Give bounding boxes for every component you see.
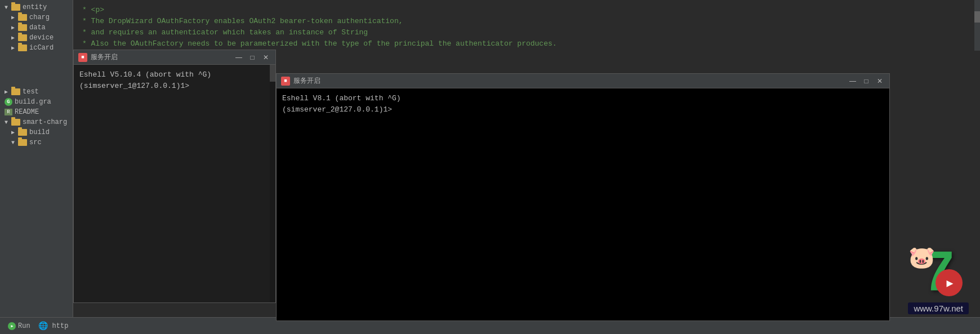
terminal2-restore[interactable]: □ xyxy=(861,76,871,86)
readme-icon: R xyxy=(5,109,12,115)
folder-icon-smart xyxy=(11,119,20,126)
terminal2-icon: ■ xyxy=(281,77,290,86)
terminal1-close[interactable]: ✕ xyxy=(261,52,271,63)
tree-label-smart: smart-charg xyxy=(23,118,67,126)
folder-icon-device xyxy=(18,34,27,41)
tree-label-charg: charg xyxy=(29,14,50,21)
tree-item-buildgra[interactable]: G build.gra xyxy=(0,97,73,107)
tree-arrow-iccard xyxy=(11,44,18,51)
folder-icon-src xyxy=(18,139,27,146)
code-line-3: * and requires an authenticator which ta… xyxy=(82,27,971,38)
gradle-icon: G xyxy=(5,98,12,106)
tree-label-entity: entity xyxy=(23,3,47,11)
code-line-4: * Also the OAuthFactory needs to be para… xyxy=(82,38,971,50)
code-scrollbar[interactable] xyxy=(974,0,980,51)
watermark-pig: 🐷 xyxy=(908,245,935,271)
tree-item-device[interactable]: device xyxy=(0,33,73,43)
tree-arrow-build xyxy=(11,129,18,136)
tree-arrow-charg xyxy=(11,14,18,21)
terminal1-restore[interactable]: □ xyxy=(247,52,257,63)
terminal2-close[interactable]: ✕ xyxy=(875,76,885,86)
terminal2-controls: — □ ✕ xyxy=(848,76,885,86)
run-target-icon: 🌐 xyxy=(38,321,48,331)
folder-icon-charg xyxy=(18,14,27,21)
terminal1-controls: — □ ✕ xyxy=(234,52,271,63)
tree-arrow-entity xyxy=(5,5,11,11)
terminal1-title-left: ■ 服务开启 xyxy=(78,52,118,62)
terminal2-title-left: ■ 服务开启 xyxy=(281,76,320,86)
folder-icon-build xyxy=(18,129,27,136)
run-icon xyxy=(8,322,16,330)
tree-item-build[interactable]: build xyxy=(0,127,73,137)
code-line-2: * The DropWizard OAuthFactory enables OA… xyxy=(82,16,971,27)
folder-icon-test xyxy=(11,88,20,95)
tree-label-data: data xyxy=(29,24,46,32)
tree-arrow-src xyxy=(11,140,18,146)
terminal1-titlebar[interactable]: ■ 服务开启 — □ ✕ xyxy=(74,50,275,65)
terminal1-icon: ■ xyxy=(78,53,87,62)
terminal1-body[interactable]: Eshell V5.10.4 (abort with ^G) (simserve… xyxy=(74,65,275,302)
watermark-url: www.97w.net xyxy=(908,302,969,314)
folder-icon-iccard xyxy=(18,44,27,51)
watermark: 7 ▶ 🐷 www.97w.net xyxy=(908,243,969,314)
terminal1-title: 服务开启 xyxy=(91,52,118,62)
tree-item-iccard[interactable]: icCard xyxy=(0,43,73,53)
terminal2-version: Eshell V8.1 (abort with ^G) xyxy=(282,93,884,104)
run-label: Run xyxy=(18,322,30,330)
tree-item-test[interactable]: test xyxy=(0,87,73,97)
tree-label-buildgra: build.gra xyxy=(15,98,51,106)
folder-icon-entity xyxy=(11,4,20,11)
terminal2-titlebar[interactable]: ■ 服务开启 — □ ✕ xyxy=(277,74,889,88)
terminal-window-1: ■ 服务开启 — □ ✕ Eshell V5.10.4 (abort with … xyxy=(73,50,276,303)
tree-label-iccard: icCard xyxy=(29,44,54,52)
editor-area: * <p> * The DropWizard OAuthFactory enab… xyxy=(73,0,980,334)
terminal1-minimize[interactable]: — xyxy=(234,52,244,63)
code-background: * <p> * The DropWizard OAuthFactory enab… xyxy=(73,0,980,51)
tree-label-build: build xyxy=(29,128,50,136)
terminal1-scrollbar-thumb xyxy=(270,65,275,82)
terminal-window-2: ■ 服务开启 — □ ✕ Eshell V8.1 (abort with ^G)… xyxy=(276,73,890,321)
watermark-play-icon: ▶ xyxy=(947,276,954,290)
terminal1-prompt: (simserver_1@127.0.0.1)1> xyxy=(79,81,270,92)
tree-arrow-data xyxy=(11,24,18,31)
terminal2-title: 服务开启 xyxy=(293,76,320,86)
tree-item-src[interactable]: src xyxy=(0,137,73,148)
tree-item-charg[interactable]: charg xyxy=(0,12,73,23)
run-button[interactable]: Run xyxy=(5,321,34,331)
tree-arrow-device xyxy=(11,34,18,41)
tree-arrow-smart xyxy=(5,119,11,126)
tree-item-readme[interactable]: R README xyxy=(0,107,73,117)
run-target: http xyxy=(52,322,69,330)
tree-label-test: test xyxy=(23,88,39,96)
sidebar: entity charg data device icCard test xyxy=(0,0,73,334)
tree-item-data[interactable]: data xyxy=(0,23,73,33)
code-scrollbar-thumb xyxy=(974,11,980,23)
terminal1-version: Eshell V5.10.4 (abort with ^G) xyxy=(79,69,270,81)
terminal2-prompt: (simserver_2@127.0.0.1)1> xyxy=(282,104,884,115)
tree-item-entity[interactable]: entity xyxy=(0,2,73,12)
tree-label-src: src xyxy=(29,139,42,146)
terminal1-scrollbar[interactable] xyxy=(270,65,275,302)
terminal2-minimize[interactable]: — xyxy=(848,76,858,86)
tree-item-smart-charg[interactable]: smart-charg xyxy=(0,117,73,127)
file-tree: entity charg data device icCard test xyxy=(0,0,73,150)
tree-label-readme: README xyxy=(15,108,39,116)
folder-icon-data xyxy=(18,24,27,31)
code-line-1: * <p> xyxy=(82,5,971,16)
tree-arrow-test xyxy=(5,88,11,95)
terminal2-body[interactable]: Eshell V8.1 (abort with ^G) (simserver_2… xyxy=(277,88,889,320)
tree-label-device: device xyxy=(29,34,54,42)
